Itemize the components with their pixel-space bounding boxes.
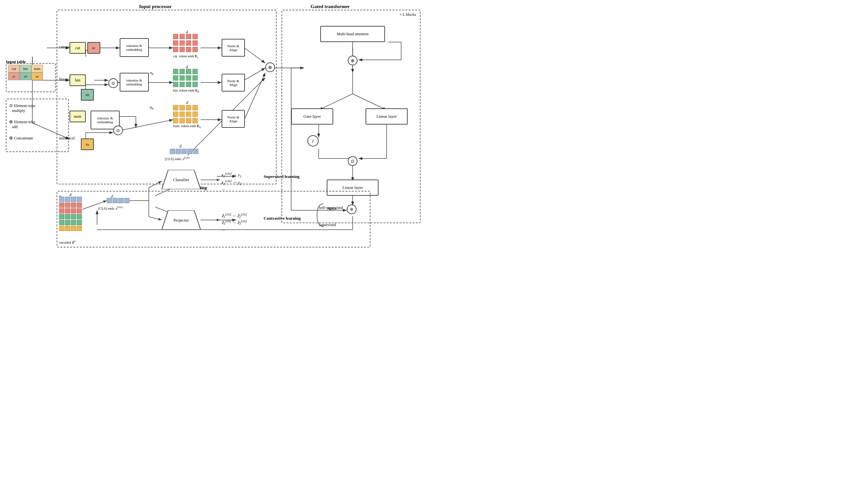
norm-align-3: Norm &Align (221, 110, 245, 128)
cls-z-label: [CLS] emb. z[cls] (98, 205, 122, 210)
bin-emb-grid (173, 69, 198, 88)
z1-output: z1[cls] ↔ y1 (221, 172, 242, 178)
dots-contrastive: ... (221, 227, 225, 232)
cat-emb-grid (173, 34, 198, 53)
learning-box (57, 191, 370, 248)
xc-box: xc (87, 42, 100, 54)
self-supervised-label: Self-supervised (319, 205, 343, 210)
cls-z-grid (107, 198, 129, 203)
cat-emb-label: cat. token emb Ec (173, 54, 199, 59)
legend-item-multiply: ⊙ Element-wise multiply (9, 103, 35, 113)
legend-item-add: ⊕ Element-wise add (9, 119, 35, 129)
svg-text:Projector: Projector (173, 218, 189, 222)
nb-label-2: nb (150, 105, 153, 110)
zhat2-output: ẑ1[cls] ↔ ẑ3[cls] (221, 219, 247, 226)
add-symbol-1: ⊕ (348, 56, 357, 65)
encoded-z-label: encoded ZL (59, 239, 76, 244)
encoded-z-grid (59, 197, 82, 231)
binary-label: binary (59, 77, 69, 82)
supervised-learning-label: Supervised learning (264, 174, 300, 179)
concat-symbol: ⊗ (265, 62, 275, 72)
tokenize-emb-2: tokenize &embedding (120, 73, 149, 92)
nb-label-1: nb (150, 71, 153, 76)
cat-box: cat (70, 42, 86, 54)
multihead-attention-box: Multi-head attention (320, 26, 385, 42)
numerical-label: numerical (59, 136, 75, 141)
z2-output: z2[cls] ↔ y2 (221, 179, 242, 186)
input-table-label: Input table (6, 59, 26, 65)
svg-text:Classifier: Classifier (173, 177, 189, 182)
xu-box: xu (81, 139, 94, 150)
zhat1-output: ẑ1[cls] ↔ ẑ2[cls] (221, 213, 247, 219)
num-emb-label: num. token emb Eu (173, 124, 201, 129)
table-val-xc: xc (8, 72, 20, 80)
projector-box: Projector (162, 210, 200, 230)
gated-transformer-title: Gated transformer (310, 4, 350, 10)
sigmoid-symbol: ƒ (307, 135, 319, 146)
cls-emb-label: [CLS] emb. e[cls] (165, 156, 190, 161)
table-header-cat: cat (8, 65, 20, 72)
table-val-xu: xu (31, 72, 43, 80)
multiply-symbol-2: ⊙ (113, 126, 123, 135)
table-val-xb: xb (20, 72, 31, 80)
table-header-num: num (31, 65, 43, 72)
multiply-symbol-1: ⊙ (108, 78, 118, 88)
d-label-cls: d (180, 144, 181, 149)
norm-align-1: Norm &Align (221, 39, 245, 57)
classifier-box: Classifier (162, 170, 200, 189)
xb-box: xb (81, 89, 94, 101)
legend-item-concat: ⊗ Concatenate (9, 135, 33, 141)
supervised-label-2: Supervised (319, 222, 336, 228)
multiply-symbol-3: ⊙ (348, 156, 357, 166)
gate-layer-box: Gate layer (291, 108, 333, 125)
l-blocks-label: × L blocks (399, 12, 416, 17)
d-label-num: d (186, 100, 188, 105)
linear-layer-top-box: Linear layer (365, 108, 408, 125)
num-box: num (70, 111, 86, 122)
norm-align-2: Norm &Align (221, 74, 245, 92)
bin-box: bin (70, 74, 86, 86)
num-emb-grid (173, 105, 198, 124)
contrastive-learning-label: Contrastive learning (264, 216, 301, 221)
tokenize-emb-1: tokenize & embedding (120, 38, 149, 57)
bin-emb-label: bin. token emb Eb (173, 88, 199, 93)
table-header-bin: bin (20, 65, 31, 72)
dots-supervised: ... (221, 186, 225, 191)
cls-emb-grid (170, 149, 198, 154)
input-processor-title: Input processor (139, 4, 172, 10)
